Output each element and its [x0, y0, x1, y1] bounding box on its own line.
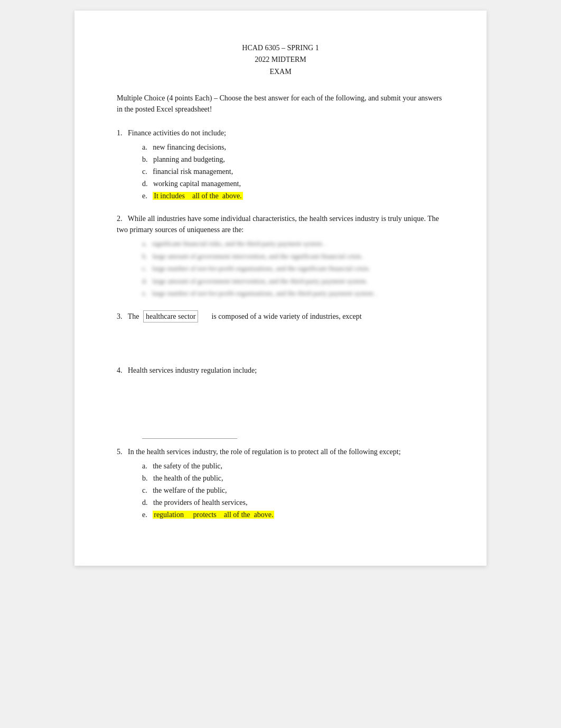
question-2: 2. While all industries have some indivi… [117, 213, 444, 299]
option-text: the welfare of the public, [153, 486, 227, 494]
question-3-number: 3. [117, 312, 126, 320]
question-1-text: 1. Finance activities do not include; [117, 127, 444, 139]
blurred-option-2d: d. large amount of government interventi… [142, 276, 444, 287]
blurred-option-2b: b. large amount of government interventi… [142, 251, 444, 262]
option-label: c. [142, 486, 153, 494]
question-2-number: 2. [117, 215, 126, 223]
option-label: a. [142, 462, 153, 470]
question-2-blurred-options: a. significant financial risks, and the … [142, 238, 444, 299]
question-2-body: While all industries have some individua… [117, 215, 439, 234]
option-text: the safety of the public, [153, 462, 222, 470]
healthcare-sector-box: healthcare sector [143, 310, 198, 322]
option-5d: d. the providers of health services, [142, 497, 444, 508]
question-4-number: 4. [117, 366, 126, 374]
question-5: 5. In the health services industry, the … [117, 446, 444, 520]
question-4: 4. Health services industry regulation i… [117, 365, 444, 427]
instructions-text: Multiple Choice (4 points Each) – Choose… [117, 93, 444, 115]
exam-page: HCAD 6305 – SPRING 1 2022 MIDTERM EXAM M… [74, 11, 487, 566]
option-text: working capital management, [153, 180, 241, 188]
option-text: new financing decisions, [153, 143, 226, 151]
section-divider [142, 438, 237, 439]
question-2-text: 2. While all industries have some indivi… [117, 213, 444, 235]
question-3-pre: The [128, 312, 141, 320]
question-4-spacer [117, 379, 444, 427]
option-text: planning and budgeting, [153, 155, 225, 163]
option-5b: b. the health of the public, [142, 473, 444, 484]
option-label: b. [142, 474, 153, 482]
question-5-number: 5. [117, 448, 126, 456]
page-title: HCAD 6305 – SPRING 1 2022 MIDTERM EXAM [117, 42, 444, 78]
option-label: d. [142, 499, 153, 506]
option-text: the health of the public, [153, 474, 223, 482]
option-label: a. [142, 143, 153, 151]
option-1b: b. planning and budgeting, [142, 154, 444, 165]
option-5a: a. the safety of the public, [142, 460, 444, 472]
option-text: financial risk management, [153, 168, 233, 176]
blurred-option-2c: c. large number of not-for-profit organi… [142, 263, 444, 274]
option-label: b. [142, 155, 153, 163]
question-3-text: 3. The healthcare sector is composed of … [117, 310, 444, 322]
question-5-options: a. the safety of the public, b. the heal… [142, 460, 444, 520]
question-4-body: Health services industry regulation incl… [128, 366, 257, 374]
option-text: the providers of health services, [153, 499, 247, 506]
option-label: e. [142, 511, 153, 519]
question-5-body: In the health services industry, the rol… [128, 448, 401, 456]
option-text-highlighted: It includes all of the above. [153, 192, 242, 200]
option-label: d. [142, 180, 153, 188]
option-1e: e. It includes all of the above. [142, 190, 444, 201]
title-line1: HCAD 6305 – SPRING 1 [117, 42, 444, 54]
question-1: 1. Finance activities do not include; a.… [117, 127, 444, 201]
option-5c: c. the welfare of the public, [142, 485, 444, 496]
blurred-option-2e: e. large number of not-for-profit organi… [142, 288, 444, 299]
question-4-text: 4. Health services industry regulation i… [117, 365, 444, 376]
question-1-number: 1. [117, 129, 126, 137]
title-line2: 2022 MIDTERM [117, 54, 444, 66]
question-5-text: 5. In the health services industry, the … [117, 446, 444, 457]
question-1-body: Finance activities do not include; [128, 129, 226, 137]
option-1d: d. working capital management, [142, 178, 444, 189]
option-text-highlighted: regulation protects all of the above. [153, 511, 274, 519]
option-label: e. [142, 192, 153, 200]
option-1a: a. new financing decisions, [142, 142, 444, 153]
question-3-post: is composed of a wide variety of industr… [202, 312, 362, 320]
option-1c: c. financial risk management, [142, 166, 444, 177]
question-3: 3. The healthcare sector is composed of … [117, 310, 444, 322]
option-5e: e. regulation protects all of the above. [142, 509, 444, 520]
option-label: c. [142, 168, 153, 176]
question-1-options: a. new financing decisions, b. planning … [142, 142, 444, 201]
title-line3: EXAM [117, 66, 444, 78]
blurred-option-2a: a. significant financial risks, and the … [142, 238, 444, 249]
